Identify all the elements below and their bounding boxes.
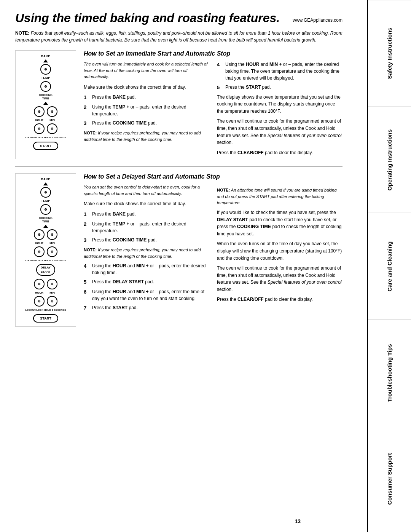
- sidebar-consumer: Consumer Support: [368, 426, 411, 532]
- sidebar-operating: Operating Instructions: [368, 107, 411, 213]
- cooking-arrow-up-1: [43, 102, 48, 105]
- temp-label-2: TEMP: [41, 199, 50, 203]
- hour-min-arrows-2: ⊖ ⊖: [34, 246, 57, 257]
- step2-2: 2 Using the TEMP + or – pads, enter the …: [84, 220, 209, 234]
- section2-italic-intro: You can set the oven control to delay-st…: [84, 184, 209, 197]
- section2-para4: Press the CLEAR/OFF pad to clear the dis…: [217, 296, 342, 303]
- temp-label-1: TEMP: [41, 76, 50, 80]
- step1-1: 1 Press the BAKE pad.: [84, 94, 209, 101]
- section2-make-sure: Make sure the clock shows the correct ti…: [84, 200, 209, 208]
- step1-4: 4 Using the HOUR and MIN + or – pads, en…: [217, 61, 342, 81]
- min-dial-1: ⊕: [47, 106, 57, 117]
- hour-label-1: HOUR: [34, 118, 45, 122]
- section1-col-left: The oven will turn on immediately and co…: [84, 61, 209, 159]
- sidebar-troubleshooting: Troubleshooting Tips: [368, 320, 411, 426]
- min-arrow-down-1: ⊖: [47, 123, 57, 134]
- hour-dial-2b: ⊕: [34, 279, 45, 289]
- step1-5: 5 Press the START pad.: [217, 84, 342, 91]
- section-divider: [15, 166, 342, 166]
- section2-two-col: You can set the oven control to delay-st…: [84, 184, 342, 314]
- bake-arrow-up: [43, 59, 48, 62]
- hour-min-dials-2: ⊕ ⊕: [34, 229, 57, 240]
- hour-min-labels-2b: HOUR MIN: [34, 291, 57, 294]
- section2-block: BAKE ⊕ TEMP ⊖ COOKING TIME ⊕ ⊕ HOUR MIN …: [15, 173, 342, 327]
- hour-down-2b: ⊖: [34, 296, 45, 307]
- section1-block: BAKE ⊕ TEMP ⊖ COOKING TIME ⊕ ⊕ HOUR: [15, 50, 342, 159]
- page-number: 13: [295, 518, 301, 524]
- min-label-1: MIN: [47, 118, 57, 122]
- step2-3: 3 Press the COOKING TIME pad.: [84, 236, 209, 244]
- min-dial-2: ⊕: [47, 229, 57, 240]
- temp-dial-down-1: ⊖: [40, 81, 51, 92]
- hour-down-2: ⊖: [34, 246, 45, 257]
- bake-arrow-up-2: [43, 182, 48, 185]
- start-btn-2: START: [33, 314, 58, 323]
- section2-heading: How to Set a Delayed Start and Automatic…: [84, 173, 342, 180]
- lock-label-1: LOCK/UNLOCK HOLD 3 SECONDS: [25, 136, 66, 139]
- min-dial-2b: ⊕: [47, 279, 57, 289]
- section1-content: How to Set an Immediate Start and Automa…: [84, 50, 342, 159]
- lock-label-2: LOCK/UNLOCK HOLD 3 SECONDS: [25, 259, 66, 262]
- start-btn-1: START: [33, 142, 58, 150]
- bake-label-2: BAKE: [41, 177, 51, 181]
- hour-min-dials-2b: ⊕ ⊕: [34, 279, 57, 289]
- website-url: www.GEAppliances.com: [293, 18, 342, 23]
- section2-col-right: NOTE: An attention tone will sound if yo…: [217, 184, 342, 314]
- section1-para2: The oven will continue to cook for the p…: [217, 118, 342, 146]
- step2-5: 5 Press the DELAY START pad.: [84, 278, 209, 286]
- cooking-arrow-up-2: [43, 225, 48, 228]
- step2-6: 6 Using the HOUR and MIN + or – pads, en…: [84, 288, 209, 302]
- hour-dial-1: ⊕: [34, 106, 45, 117]
- section1-col-right: 4 Using the HOUR and MIN + or – pads, en…: [217, 61, 342, 159]
- sidebar-care: Care and Cleaning: [368, 213, 411, 320]
- oven-diagram-2: BAKE ⊕ TEMP ⊖ COOKING TIME ⊕ ⊕ HOUR MIN …: [15, 173, 76, 327]
- intro-note-label: NOTE:: [15, 30, 29, 36]
- delay-start-btn: DELAY START: [36, 264, 55, 276]
- section1-make-sure: Make sure the clock shows the correct ti…: [84, 84, 209, 91]
- section1-para3: Press the CLEAR/OFF pad to clear the dis…: [217, 149, 342, 157]
- delay-start-label: START: [41, 270, 51, 274]
- section2-content: How to Set a Delayed Start and Automatic…: [84, 173, 342, 327]
- hour-min-arrows-2b: ⊖ ⊖: [34, 296, 57, 307]
- lock-label-2b: LOCK/UNLOCK HOLD 3 SECONDS: [25, 309, 66, 311]
- section2-col-left: You can set the oven control to delay-st…: [84, 184, 209, 314]
- hour-min-labels-1: HOUR MIN: [34, 118, 57, 122]
- right-sidebar: Safety Instructions Operating Instructio…: [367, 0, 411, 532]
- section2-note-right: NOTE: An attention tone will sound if yo…: [217, 187, 342, 206]
- temp-down-dial-2: ⊖: [40, 204, 51, 215]
- step2-1: 1 Press the BAKE pad.: [84, 211, 209, 218]
- section1-two-col: The oven will turn on immediately and co…: [84, 61, 342, 159]
- bake-label-1: BAKE: [41, 54, 51, 58]
- hour-dial-2: ⊕: [34, 229, 45, 240]
- section2-para3: The oven will continue to cook for the p…: [217, 265, 342, 293]
- hour-min-arrows-1: ⊖ ⊖: [34, 123, 57, 134]
- cooking-time-label-2: COOKING TIME: [39, 216, 53, 223]
- hour-min-dials-1: ⊕ ⊕: [34, 106, 57, 117]
- sidebar-safety: Safety Instructions: [368, 0, 411, 107]
- step2-7: 7 Press the START pad.: [84, 304, 209, 312]
- section2-para2: When the oven turns on at the time of da…: [217, 240, 342, 262]
- section1-note: NOTE: If your recipe requires preheating…: [84, 130, 209, 142]
- section2-note-left: NOTE: If your recipe requires preheating…: [84, 247, 209, 259]
- hour-label-2: HOUR: [34, 241, 45, 245]
- cooking-time-label-1: COOKING TIME: [39, 93, 53, 100]
- section2-para1: If you would like to check the times you…: [217, 209, 342, 237]
- min-down-2: ⊖: [47, 246, 57, 257]
- temp-dial-1: ⊕: [40, 64, 51, 75]
- hour-min-labels-2: HOUR MIN: [34, 241, 57, 245]
- intro-note: NOTE: Foods that spoil easily–such as mi…: [15, 30, 342, 43]
- step1-2: 2 Using the TEMP + or – pads, enter the …: [84, 104, 209, 117]
- hour-arrow-down-1: ⊖: [34, 123, 45, 134]
- section1-para1: The display shows the oven temperature t…: [217, 94, 342, 115]
- section1-heading: How to Set an Immediate Start and Automa…: [84, 50, 342, 57]
- min-label-2: MIN: [47, 241, 57, 245]
- main-content: Using the timed baking and roasting feat…: [0, 0, 354, 532]
- min-down-2b: ⊖: [47, 296, 57, 307]
- oven-diagram-1: BAKE ⊕ TEMP ⊖ COOKING TIME ⊕ ⊕ HOUR: [15, 50, 76, 159]
- step1-3: 3 Press the COOKING TIME pad.: [84, 120, 209, 127]
- section1-italic-intro: The oven will turn on immediately and co…: [84, 61, 209, 80]
- step2-4: 4 Using the HOUR and MIN + or – pads, en…: [84, 262, 209, 276]
- page-title: Using the timed baking and roasting feat…: [15, 11, 280, 25]
- delay-label: DELAY: [41, 266, 51, 270]
- temp-dial-2: ⊕: [40, 187, 51, 198]
